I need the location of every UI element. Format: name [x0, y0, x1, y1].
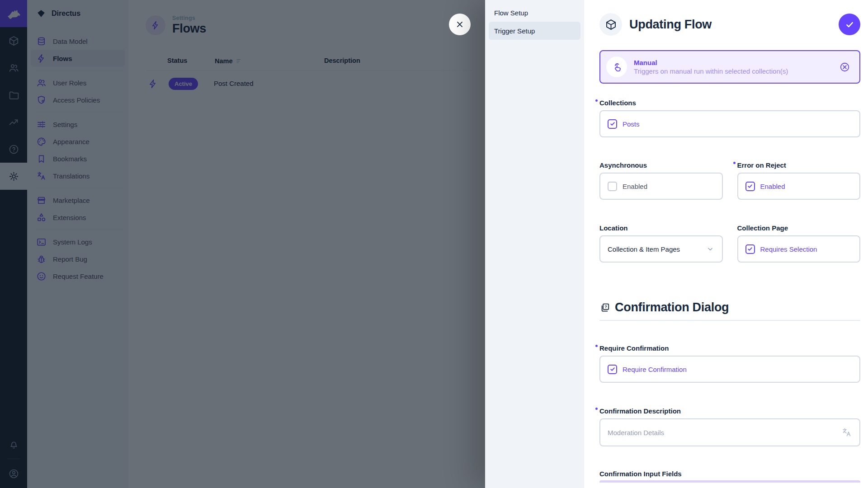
location-label: Location — [599, 224, 628, 232]
confirmation-dialog-section: ? Confirmation Dialog — [599, 300, 860, 314]
require-confirmation-checkbox[interactable]: Require Confirmation — [608, 365, 687, 374]
drawer-nav: Flow Setup Trigger Setup — [485, 0, 584, 488]
drawer-header: Updating Flow — [599, 13, 860, 36]
require-confirmation-label: Require Confirmation — [599, 344, 669, 352]
checkbox — [608, 182, 617, 191]
trigger-card-title: Manual — [634, 59, 788, 66]
confirmation-description-fieldbox — [599, 418, 860, 446]
check-icon — [609, 121, 616, 127]
asynchronous-field: Enabled — [599, 173, 723, 200]
error-on-reject-label: Error on Reject — [737, 161, 786, 169]
close-icon — [455, 19, 465, 29]
check-icon — [844, 19, 855, 30]
drawer-title: Updating Flow — [629, 18, 712, 32]
translate-icon[interactable] — [841, 427, 852, 438]
cube-icon — [605, 19, 617, 31]
check-icon — [747, 183, 753, 189]
asynchronous-label: Asynchronous — [599, 161, 647, 169]
save-button[interactable] — [839, 14, 860, 35]
checkbox — [608, 119, 617, 129]
check-icon — [609, 366, 616, 372]
requires-selection-checkbox[interactable]: Requires Selection — [745, 244, 817, 254]
drawer-title-icon-wrap — [599, 13, 622, 36]
error-on-reject-field: Enabled — [737, 173, 861, 200]
collections-field: Posts — [599, 110, 860, 137]
check-icon — [747, 246, 753, 252]
checkbox — [745, 182, 755, 191]
tap-icon — [611, 61, 623, 73]
asynchronous-enabled-checkbox[interactable]: Enabled — [608, 182, 647, 191]
close-drawer-button[interactable] — [449, 14, 471, 35]
confirmation-description-input[interactable] — [608, 429, 841, 436]
confirmation-description-label: Confirmation Description — [599, 407, 681, 415]
trigger-card-description: Triggers on manual run within selected c… — [634, 67, 788, 75]
svg-text:?: ? — [604, 304, 607, 309]
confirmation-input-fields-label: Confirmation Input Fields — [599, 470, 682, 478]
dialog-icon: ? — [599, 302, 610, 313]
collections-label: Collections — [599, 99, 636, 107]
trigger-setup-drawer: Updating Flow Manual Triggers on manual … — [584, 0, 868, 488]
error-on-reject-enabled-checkbox[interactable]: Enabled — [745, 182, 785, 191]
collection-page-label: Collection Page — [737, 224, 788, 232]
checkbox — [745, 244, 755, 254]
drawer-nav-trigger-setup[interactable]: Trigger Setup — [489, 22, 580, 40]
collection-page-field: Requires Selection — [737, 235, 861, 263]
location-select[interactable]: Collection & Item Pages — [599, 235, 723, 263]
manual-trigger-icon-wrap — [606, 56, 627, 77]
require-confirmation-field: Require Confirmation — [599, 356, 860, 383]
checkbox — [608, 365, 617, 374]
remove-trigger-icon[interactable] — [839, 61, 850, 73]
chevron-down-icon — [706, 244, 715, 253]
drawer-overlay[interactable] — [0, 0, 485, 488]
confirmation-input-fields-list[interactable] — [599, 480, 860, 483]
drawer-nav-flow-setup[interactable]: Flow Setup — [489, 4, 580, 22]
collections-posts-checkbox[interactable]: Posts — [608, 119, 640, 129]
trigger-type-card[interactable]: Manual Triggers on manual run within sel… — [599, 50, 860, 84]
section-divider — [599, 320, 860, 321]
